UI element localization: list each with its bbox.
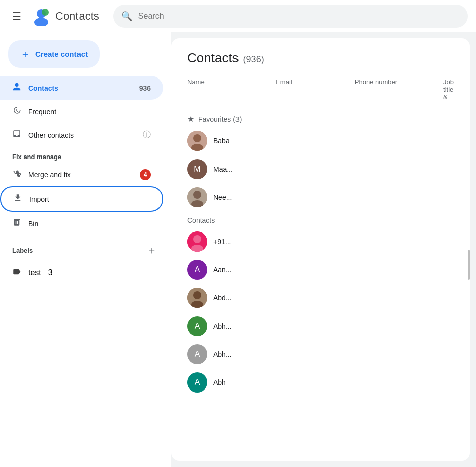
svg-point-10 <box>193 235 201 243</box>
table-row[interactable]: Nee... <box>187 183 454 211</box>
table-row[interactable]: Baba <box>187 127 454 155</box>
contact-name: Maa... <box>213 165 279 173</box>
test-label-count: 3 <box>48 268 53 277</box>
import-nav-label: Import <box>29 195 49 203</box>
tools-icon <box>12 169 21 180</box>
menu-icon[interactable]: ☰ <box>8 6 25 26</box>
plus-icon: ＋ <box>20 47 30 61</box>
search-icon: 🔍 <box>121 11 132 22</box>
svg-point-13 <box>193 291 201 299</box>
contact-name: Abh... <box>213 322 279 330</box>
contact-name: Aan... <box>213 266 279 274</box>
history-icon <box>12 106 21 117</box>
svg-point-2 <box>42 9 49 16</box>
table-row[interactable]: Abd... <box>187 284 454 312</box>
avatar: A <box>187 372 207 393</box>
sidebar: ＋ Create contact Contacts 936 Frequent O… <box>0 32 171 467</box>
contact-name: +91... <box>213 238 279 246</box>
sidebar-item-bin[interactable]: Bin <box>0 212 163 236</box>
app-title: Contacts <box>55 10 99 23</box>
contact-name: Baba <box>213 137 279 145</box>
app-logo: Contacts <box>31 6 99 26</box>
contacts-app-icon <box>31 6 51 26</box>
trash-icon <box>12 218 21 229</box>
label-icon <box>12 267 21 278</box>
merge-fix-badge: 4 <box>140 169 151 180</box>
content-title: Contacts <box>187 50 239 66</box>
avatar <box>187 231 207 252</box>
table-row[interactable]: A Abh <box>187 368 454 397</box>
scrollbar[interactable] <box>468 250 470 280</box>
table-header: Name Email Phone number Job title & <box>187 74 454 105</box>
avatar <box>187 187 207 207</box>
table-row[interactable]: A Aan... <box>187 256 454 284</box>
content-header: Contacts (936) <box>187 50 454 66</box>
favourites-section-label: ★ Favourites (3) <box>187 109 454 127</box>
labels-section-header: Labels ＋ <box>0 236 171 261</box>
sidebar-item-other-contacts[interactable]: Other contacts ⓘ <box>0 123 163 147</box>
favourites-label-text: Favourites (3) <box>198 115 242 123</box>
sidebar-item-frequent[interactable]: Frequent <box>0 100 163 123</box>
test-label-name: test <box>28 268 41 277</box>
contacts-section-label: Contacts <box>187 211 454 227</box>
avatar <box>187 131 207 151</box>
table-row[interactable]: A Abh... <box>187 340 454 368</box>
table-row[interactable]: M Maa... <box>187 155 454 183</box>
label-item-test[interactable]: test 3 <box>0 261 163 284</box>
sidebar-item-contacts[interactable]: Contacts 936 <box>0 76 163 100</box>
labels-title: Labels <box>12 247 145 254</box>
sidebar-item-import[interactable]: Import <box>0 186 163 212</box>
col-phone-header: Phone number <box>355 78 443 101</box>
content-count: (936) <box>243 54 264 65</box>
table-row[interactable]: +91... <box>187 227 454 256</box>
contact-name: Abd... <box>213 294 279 302</box>
avatar: A <box>187 260 207 280</box>
frequent-nav-label: Frequent <box>28 108 56 116</box>
info-icon: ⓘ <box>143 130 151 140</box>
content-area: Contacts (936) Name Email Phone number J… <box>171 38 470 461</box>
star-icon: ★ <box>187 114 194 124</box>
import-icon <box>13 193 22 205</box>
contact-name: Nee... <box>213 193 279 201</box>
contacts-nav-label: Contacts <box>28 84 58 92</box>
fix-manage-section-header: Fix and manage <box>0 147 171 163</box>
svg-point-1 <box>34 18 48 26</box>
other-contacts-nav-label: Other contacts <box>28 131 74 139</box>
avatar: A <box>187 316 207 336</box>
top-bar: ☰ Contacts 🔍 <box>0 0 476 32</box>
table-row[interactable]: A Abh... <box>187 312 454 340</box>
svg-point-7 <box>193 191 201 199</box>
add-label-button[interactable]: ＋ <box>145 242 159 259</box>
avatar: A <box>187 344 207 364</box>
col-email-header: Email <box>276 78 355 101</box>
bin-nav-label: Bin <box>28 220 38 228</box>
search-bar[interactable]: 🔍 <box>113 5 468 28</box>
sidebar-item-merge-fix[interactable]: Merge and fix 4 <box>0 163 163 186</box>
create-contact-label: Create contact <box>35 50 88 58</box>
contacts-count: 936 <box>139 84 151 92</box>
person-icon <box>12 82 21 94</box>
svg-point-4 <box>193 134 201 142</box>
main-layout: ＋ Create contact Contacts 936 Frequent O… <box>0 32 476 467</box>
merge-fix-nav-label: Merge and fix <box>28 171 71 179</box>
contact-name: Abh... <box>213 350 279 358</box>
search-input[interactable] <box>138 12 460 21</box>
contact-name: Abh <box>213 378 279 386</box>
avatar <box>187 288 207 308</box>
col-job-header: Job title & <box>443 78 454 101</box>
create-contact-button[interactable]: ＋ Create contact <box>8 40 100 68</box>
inbox-icon <box>12 129 21 141</box>
avatar: M <box>187 159 207 179</box>
col-name-header: Name <box>187 78 276 101</box>
